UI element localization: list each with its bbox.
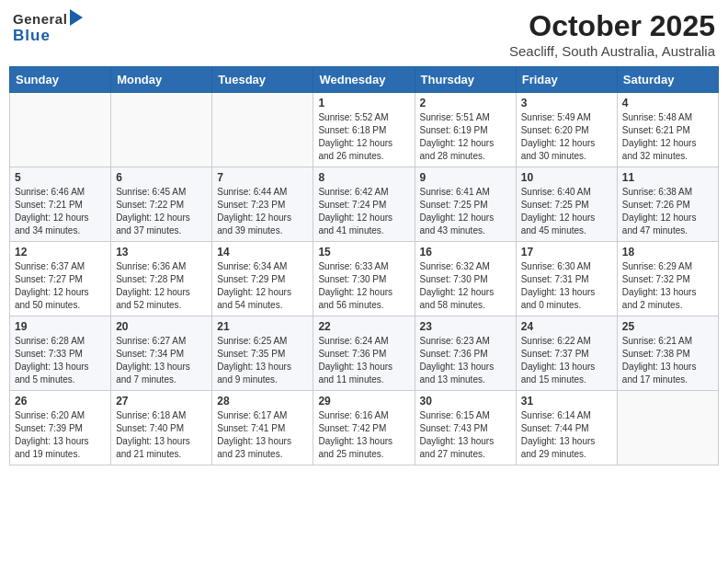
day-info: Sunrise: 6:32 AM Sunset: 7:30 PM Dayligh… bbox=[420, 260, 511, 312]
calendar-cell bbox=[10, 93, 111, 167]
day-number: 21 bbox=[217, 320, 308, 333]
calendar-cell: 8Sunrise: 6:42 AM Sunset: 7:24 PM Daylig… bbox=[313, 167, 415, 242]
calendar-cell: 25Sunrise: 6:21 AM Sunset: 7:38 PM Dayli… bbox=[617, 316, 718, 391]
day-info: Sunrise: 6:40 AM Sunset: 7:25 PM Dayligh… bbox=[521, 186, 612, 237]
calendar-cell: 19Sunrise: 6:28 AM Sunset: 7:33 PM Dayli… bbox=[10, 316, 111, 391]
logo-general-text: General bbox=[13, 12, 67, 26]
day-number: 30 bbox=[420, 395, 511, 408]
day-info: Sunrise: 6:42 AM Sunset: 7:24 PM Dayligh… bbox=[318, 186, 409, 237]
page-subtitle: Seacliff, South Australia, Australia bbox=[509, 43, 715, 59]
calendar-cell: 30Sunrise: 6:15 AM Sunset: 7:43 PM Dayli… bbox=[415, 391, 516, 465]
calendar-cell: 22Sunrise: 6:24 AM Sunset: 7:36 PM Dayli… bbox=[313, 316, 415, 391]
calendar-cell: 5Sunrise: 6:46 AM Sunset: 7:21 PM Daylig… bbox=[10, 167, 111, 242]
day-number: 13 bbox=[116, 246, 207, 259]
weekday-header-tuesday: Tuesday bbox=[212, 67, 313, 93]
day-info: Sunrise: 6:15 AM Sunset: 7:43 PM Dayligh… bbox=[420, 409, 511, 461]
calendar-cell: 7Sunrise: 6:44 AM Sunset: 7:23 PM Daylig… bbox=[212, 167, 313, 242]
day-number: 31 bbox=[521, 395, 612, 408]
day-info: Sunrise: 5:49 AM Sunset: 6:20 PM Dayligh… bbox=[521, 111, 612, 163]
day-info: Sunrise: 5:52 AM Sunset: 6:18 PM Dayligh… bbox=[318, 111, 409, 163]
day-number: 9 bbox=[420, 171, 511, 184]
day-info: Sunrise: 5:51 AM Sunset: 6:19 PM Dayligh… bbox=[420, 111, 511, 163]
day-number: 19 bbox=[15, 320, 106, 333]
calendar-cell: 10Sunrise: 6:40 AM Sunset: 7:25 PM Dayli… bbox=[516, 167, 617, 242]
day-info: Sunrise: 6:33 AM Sunset: 7:30 PM Dayligh… bbox=[318, 260, 409, 312]
day-info: Sunrise: 6:22 AM Sunset: 7:37 PM Dayligh… bbox=[521, 335, 612, 386]
page-header: General Blue October 2025 Seacliff, Sout… bbox=[9, 9, 719, 59]
day-number: 4 bbox=[622, 97, 713, 109]
calendar-cell: 17Sunrise: 6:30 AM Sunset: 7:31 PM Dayli… bbox=[516, 242, 617, 316]
day-number: 23 bbox=[420, 320, 511, 333]
calendar-cell: 20Sunrise: 6:27 AM Sunset: 7:34 PM Dayli… bbox=[111, 316, 212, 391]
calendar-cell: 27Sunrise: 6:18 AM Sunset: 7:40 PM Dayli… bbox=[111, 391, 212, 465]
calendar-cell: 6Sunrise: 6:45 AM Sunset: 7:22 PM Daylig… bbox=[111, 167, 212, 242]
day-number: 26 bbox=[15, 395, 106, 408]
calendar-cell: 15Sunrise: 6:33 AM Sunset: 7:30 PM Dayli… bbox=[313, 242, 415, 316]
day-info: Sunrise: 6:14 AM Sunset: 7:44 PM Dayligh… bbox=[521, 409, 612, 461]
day-number: 15 bbox=[318, 246, 409, 259]
calendar-cell: 21Sunrise: 6:25 AM Sunset: 7:35 PM Dayli… bbox=[212, 316, 313, 391]
calendar-cell: 4Sunrise: 5:48 AM Sunset: 6:21 PM Daylig… bbox=[617, 93, 718, 167]
weekday-header-sunday: Sunday bbox=[10, 67, 111, 93]
calendar-cell: 31Sunrise: 6:14 AM Sunset: 7:44 PM Dayli… bbox=[516, 391, 617, 465]
day-number: 3 bbox=[521, 97, 612, 109]
day-number: 12 bbox=[15, 246, 106, 259]
calendar-cell bbox=[212, 93, 313, 167]
calendar-table: SundayMondayTuesdayWednesdayThursdayFrid… bbox=[9, 66, 719, 465]
calendar-cell: 23Sunrise: 6:23 AM Sunset: 7:36 PM Dayli… bbox=[415, 316, 516, 391]
title-block: October 2025 Seacliff, South Australia, … bbox=[509, 9, 715, 59]
logo: General Blue bbox=[13, 9, 83, 43]
calendar-week-row: 19Sunrise: 6:28 AM Sunset: 7:33 PM Dayli… bbox=[10, 316, 719, 391]
calendar-cell: 14Sunrise: 6:34 AM Sunset: 7:29 PM Dayli… bbox=[212, 242, 313, 316]
calendar-cell: 13Sunrise: 6:36 AM Sunset: 7:28 PM Dayli… bbox=[111, 242, 212, 316]
day-number: 1 bbox=[318, 97, 409, 109]
day-info: Sunrise: 6:28 AM Sunset: 7:33 PM Dayligh… bbox=[15, 335, 106, 386]
day-number: 28 bbox=[217, 395, 308, 408]
day-info: Sunrise: 6:30 AM Sunset: 7:31 PM Dayligh… bbox=[521, 260, 612, 312]
day-info: Sunrise: 6:18 AM Sunset: 7:40 PM Dayligh… bbox=[116, 409, 207, 461]
calendar-header-row: SundayMondayTuesdayWednesdayThursdayFrid… bbox=[10, 67, 719, 93]
calendar-cell: 2Sunrise: 5:51 AM Sunset: 6:19 PM Daylig… bbox=[415, 93, 516, 167]
calendar-cell: 26Sunrise: 6:20 AM Sunset: 7:39 PM Dayli… bbox=[10, 391, 111, 465]
day-number: 27 bbox=[116, 395, 207, 408]
day-info: Sunrise: 6:46 AM Sunset: 7:21 PM Dayligh… bbox=[15, 186, 106, 237]
day-info: Sunrise: 6:34 AM Sunset: 7:29 PM Dayligh… bbox=[217, 260, 308, 312]
day-number: 11 bbox=[622, 171, 713, 184]
day-number: 24 bbox=[521, 320, 612, 333]
day-info: Sunrise: 6:24 AM Sunset: 7:36 PM Dayligh… bbox=[318, 335, 409, 386]
day-number: 7 bbox=[217, 171, 308, 184]
day-number: 2 bbox=[420, 97, 511, 109]
calendar-cell: 9Sunrise: 6:41 AM Sunset: 7:25 PM Daylig… bbox=[415, 167, 516, 242]
day-info: Sunrise: 5:48 AM Sunset: 6:21 PM Dayligh… bbox=[622, 111, 713, 163]
calendar-week-row: 12Sunrise: 6:37 AM Sunset: 7:27 PM Dayli… bbox=[10, 242, 719, 316]
calendar-cell: 1Sunrise: 5:52 AM Sunset: 6:18 PM Daylig… bbox=[313, 93, 415, 167]
weekday-header-saturday: Saturday bbox=[617, 67, 718, 93]
calendar-cell bbox=[111, 93, 212, 167]
logo-triangle-icon bbox=[70, 9, 83, 26]
calendar-cell: 16Sunrise: 6:32 AM Sunset: 7:30 PM Dayli… bbox=[415, 242, 516, 316]
day-info: Sunrise: 6:29 AM Sunset: 7:32 PM Dayligh… bbox=[622, 260, 713, 312]
day-info: Sunrise: 6:36 AM Sunset: 7:28 PM Dayligh… bbox=[116, 260, 207, 312]
weekday-header-monday: Monday bbox=[111, 67, 212, 93]
calendar-cell: 24Sunrise: 6:22 AM Sunset: 7:37 PM Dayli… bbox=[516, 316, 617, 391]
day-info: Sunrise: 6:16 AM Sunset: 7:42 PM Dayligh… bbox=[318, 409, 409, 461]
day-info: Sunrise: 6:21 AM Sunset: 7:38 PM Dayligh… bbox=[622, 335, 713, 386]
day-info: Sunrise: 6:20 AM Sunset: 7:39 PM Dayligh… bbox=[15, 409, 106, 461]
day-info: Sunrise: 6:38 AM Sunset: 7:26 PM Dayligh… bbox=[622, 186, 713, 237]
logo-blue-text: Blue bbox=[13, 28, 51, 43]
calendar-cell: 18Sunrise: 6:29 AM Sunset: 7:32 PM Dayli… bbox=[617, 242, 718, 316]
day-number: 6 bbox=[116, 171, 207, 184]
day-number: 20 bbox=[116, 320, 207, 333]
day-number: 14 bbox=[217, 246, 308, 259]
day-info: Sunrise: 6:41 AM Sunset: 7:25 PM Dayligh… bbox=[420, 186, 511, 237]
calendar-week-row: 26Sunrise: 6:20 AM Sunset: 7:39 PM Dayli… bbox=[10, 391, 719, 465]
day-info: Sunrise: 6:23 AM Sunset: 7:36 PM Dayligh… bbox=[420, 335, 511, 386]
page-title: October 2025 bbox=[509, 9, 715, 43]
calendar-cell: 28Sunrise: 6:17 AM Sunset: 7:41 PM Dayli… bbox=[212, 391, 313, 465]
day-number: 5 bbox=[15, 171, 106, 184]
calendar-cell: 3Sunrise: 5:49 AM Sunset: 6:20 PM Daylig… bbox=[516, 93, 617, 167]
day-number: 25 bbox=[622, 320, 713, 333]
day-info: Sunrise: 6:17 AM Sunset: 7:41 PM Dayligh… bbox=[217, 409, 308, 461]
day-info: Sunrise: 6:45 AM Sunset: 7:22 PM Dayligh… bbox=[116, 186, 207, 237]
day-number: 8 bbox=[318, 171, 409, 184]
